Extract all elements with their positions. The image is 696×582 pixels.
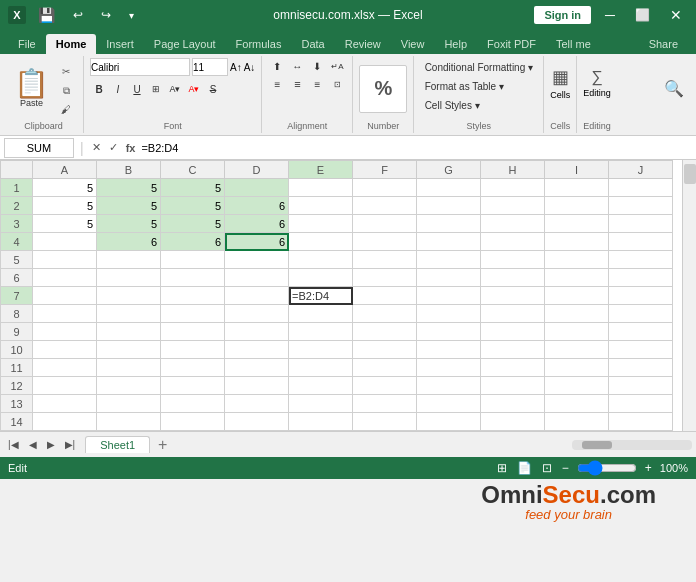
formula-input[interactable] (141, 142, 692, 154)
tab-file[interactable]: File (8, 34, 46, 54)
align-top-button[interactable]: ⬆ (268, 58, 286, 74)
cell-H4[interactable] (481, 233, 545, 251)
zoom-plus-button[interactable]: + (643, 459, 654, 477)
format-table-button[interactable]: Format as Table ▾ (421, 77, 508, 95)
cell-C10[interactable] (161, 341, 225, 359)
cell-G3[interactable] (417, 215, 481, 233)
cell-E14[interactable] (289, 413, 353, 431)
cell-H6[interactable] (481, 269, 545, 287)
cell-B12[interactable] (97, 377, 161, 395)
cell-J4[interactable] (609, 233, 673, 251)
cell-B8[interactable] (97, 305, 161, 323)
cut-button[interactable]: ✂ (55, 63, 77, 81)
cell-D10[interactable] (225, 341, 289, 359)
sheet-next-button[interactable]: ▶ (43, 437, 59, 452)
cell-C2[interactable]: 5 (161, 197, 225, 215)
cell-F14[interactable] (353, 413, 417, 431)
cell-A10[interactable] (33, 341, 97, 359)
cell-B7[interactable] (97, 287, 161, 305)
cell-A2[interactable]: 5 (33, 197, 97, 215)
cell-I12[interactable] (545, 377, 609, 395)
cell-F1[interactable] (353, 179, 417, 197)
row-header-12[interactable]: 12 (1, 377, 33, 395)
customize-icon[interactable]: ▾ (123, 8, 140, 23)
cell-J14[interactable] (609, 413, 673, 431)
cell-H9[interactable] (481, 323, 545, 341)
bold-button[interactable]: B (90, 81, 108, 97)
format-painter-button[interactable]: 🖌 (55, 101, 77, 119)
cell-I10[interactable] (545, 341, 609, 359)
cell-D1[interactable] (225, 179, 289, 197)
cell-G10[interactable] (417, 341, 481, 359)
row-header-9[interactable]: 9 (1, 323, 33, 341)
cell-I11[interactable] (545, 359, 609, 377)
cell-A5[interactable] (33, 251, 97, 269)
underline-button[interactable]: U (128, 81, 146, 97)
col-header-D[interactable]: D (225, 161, 289, 179)
font-size-input[interactable] (192, 58, 228, 76)
cell-G8[interactable] (417, 305, 481, 323)
cell-C6[interactable] (161, 269, 225, 287)
align-right-button[interactable]: ≡ (308, 76, 326, 92)
tab-foxit[interactable]: Foxit PDF (477, 34, 546, 54)
cell-I6[interactable] (545, 269, 609, 287)
cell-J11[interactable] (609, 359, 673, 377)
sheet-first-button[interactable]: |◀ (4, 437, 23, 452)
cell-B11[interactable] (97, 359, 161, 377)
horizontal-scrollbar[interactable] (572, 440, 692, 450)
tab-review[interactable]: Review (335, 34, 391, 54)
align-center-button[interactable]: ≡ (288, 76, 306, 92)
row-header-14[interactable]: 14 (1, 413, 33, 431)
sheet-last-button[interactable]: ▶| (61, 437, 80, 452)
paste-button[interactable]: 📋 Paste (10, 68, 53, 110)
minimize-icon[interactable]: ─ (599, 5, 621, 25)
row-header-3[interactable]: 3 (1, 215, 33, 233)
align-left-button[interactable]: ≡ (268, 76, 286, 92)
cell-H3[interactable] (481, 215, 545, 233)
cell-I2[interactable] (545, 197, 609, 215)
cell-A9[interactable] (33, 323, 97, 341)
tab-tell-me[interactable]: Tell me (546, 34, 601, 54)
strikethrough-button[interactable]: S (204, 81, 222, 97)
cell-A14[interactable] (33, 413, 97, 431)
row-header-6[interactable]: 6 (1, 269, 33, 287)
cell-D6[interactable] (225, 269, 289, 287)
cell-E8[interactable] (289, 305, 353, 323)
cell-F11[interactable] (353, 359, 417, 377)
border-button[interactable]: ⊞ (147, 81, 165, 97)
save-icon[interactable]: 💾 (32, 5, 61, 25)
cell-H5[interactable] (481, 251, 545, 269)
cell-C12[interactable] (161, 377, 225, 395)
wrap-text-button[interactable]: ↵A (328, 58, 346, 74)
cell-G6[interactable] (417, 269, 481, 287)
cells-label[interactable]: Cells (550, 90, 570, 100)
cell-C5[interactable] (161, 251, 225, 269)
col-header-J[interactable]: J (609, 161, 673, 179)
cell-B5[interactable] (97, 251, 161, 269)
editing-label[interactable]: Editing (583, 88, 611, 98)
fill-color-button[interactable]: A▾ (166, 81, 184, 97)
cell-F2[interactable] (353, 197, 417, 215)
cell-A3[interactable]: 5 (33, 215, 97, 233)
cell-E4[interactable] (289, 233, 353, 251)
cell-A11[interactable] (33, 359, 97, 377)
cell-J8[interactable] (609, 305, 673, 323)
cell-G9[interactable] (417, 323, 481, 341)
cell-D2[interactable]: 6 (225, 197, 289, 215)
cell-I5[interactable] (545, 251, 609, 269)
cell-J1[interactable] (609, 179, 673, 197)
restore-icon[interactable]: ⬜ (629, 6, 656, 24)
sheet-tab-sheet1[interactable]: Sheet1 (85, 436, 150, 453)
cell-H14[interactable] (481, 413, 545, 431)
cell-styles-button[interactable]: Cell Styles ▾ (421, 96, 484, 114)
cell-C3[interactable]: 5 (161, 215, 225, 233)
cell-B9[interactable] (97, 323, 161, 341)
cell-J9[interactable] (609, 323, 673, 341)
cell-G1[interactable] (417, 179, 481, 197)
close-icon[interactable]: ✕ (664, 5, 688, 25)
cell-F12[interactable] (353, 377, 417, 395)
tab-help[interactable]: Help (434, 34, 477, 54)
row-header-11[interactable]: 11 (1, 359, 33, 377)
col-header-C[interactable]: C (161, 161, 225, 179)
cell-F10[interactable] (353, 341, 417, 359)
